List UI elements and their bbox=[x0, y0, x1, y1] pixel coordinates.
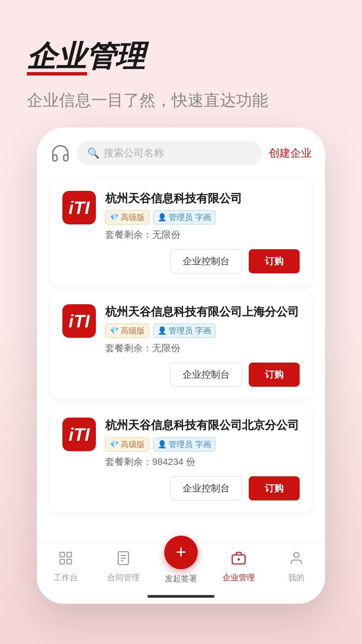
diamond-icon-3: 💎 bbox=[110, 440, 119, 449]
page-title: 企业管理 bbox=[27, 40, 145, 73]
nav-label-mine: 我的 bbox=[288, 572, 304, 583]
company-info-2: 杭州天谷信息科技有限公司上海分公司 💎 高级版 👤 管理员 字画 套餐剩 bbox=[105, 304, 300, 355]
search-box[interactable]: 🔍 搜索公司名称 bbox=[77, 141, 262, 165]
headphone-icon[interactable] bbox=[50, 143, 70, 163]
company-card-1: iTI 杭州天谷信息科技有限公司 💎 高级版 👤 管理员 字画 bbox=[50, 179, 312, 285]
company-header-1: iTI 杭州天谷信息科技有限公司 💎 高级版 👤 管理员 字画 bbox=[62, 191, 300, 241]
svg-rect-3 bbox=[67, 559, 71, 564]
search-area: 🔍 搜索公司名称 创建企业 bbox=[37, 127, 325, 172]
company-logo-icon-3: iTI bbox=[69, 424, 90, 445]
company-quota-1: 套餐剩余：无限份 bbox=[105, 228, 300, 241]
svg-rect-1 bbox=[67, 552, 71, 557]
company-actions-2: 企业控制台 订购 bbox=[62, 363, 300, 387]
page-subtitle: 企业信息一目了然，快速直达功能 bbox=[27, 90, 335, 111]
company-card-3: iTI 杭州天谷信息科技有限公司北京分公司 💎 高级版 👤 管理员 字画 bbox=[50, 406, 312, 512]
control-button-1[interactable]: 企业控制台 bbox=[170, 249, 242, 273]
person-icon-3: 👤 bbox=[158, 440, 167, 449]
tag-premium-1: 💎 高级版 bbox=[105, 210, 149, 224]
person-icon-2: 👤 bbox=[158, 326, 167, 335]
company-tags-1: 💎 高级版 👤 管理员 字画 bbox=[105, 210, 300, 224]
nav-item-enterprise[interactable]: 企业管理 bbox=[210, 550, 267, 583]
tag-premium-3: 💎 高级版 bbox=[105, 437, 149, 451]
company-logo-icon-1: iTI bbox=[69, 197, 90, 218]
diamond-icon-1: 💎 bbox=[110, 213, 119, 222]
tag-admin-3: 👤 管理员 字画 bbox=[153, 437, 216, 451]
control-button-2[interactable]: 企业控制台 bbox=[170, 363, 242, 387]
company-header-2: iTI 杭州天谷信息科技有限公司上海分公司 💎 高级版 👤 管理员 字画 bbox=[62, 304, 300, 355]
control-button-3[interactable]: 企业控制台 bbox=[170, 476, 242, 500]
nav-item-sign[interactable]: + 发起签署 bbox=[152, 550, 210, 584]
sign-center-button[interactable]: + bbox=[164, 536, 198, 569]
role-label-1: 管理员 字画 bbox=[169, 212, 211, 223]
workbench-icon bbox=[58, 550, 73, 570]
role-label-2: 管理员 字画 bbox=[169, 325, 211, 336]
tier-label-2: 高级版 bbox=[121, 325, 145, 336]
company-name-2: 杭州天谷信息科技有限公司上海分公司 bbox=[105, 304, 300, 319]
company-quota-2: 套餐剩余：无限份 bbox=[105, 342, 300, 355]
mine-icon bbox=[289, 550, 304, 570]
company-logo-1: iTI bbox=[62, 191, 96, 224]
nav-label-contract: 合同管理 bbox=[107, 572, 139, 583]
tag-admin-2: 👤 管理员 字画 bbox=[153, 324, 216, 338]
nav-label-sign: 发起签署 bbox=[165, 573, 197, 584]
nav-item-workbench[interactable]: 工作台 bbox=[37, 550, 95, 583]
company-logo-3: iTI bbox=[62, 418, 96, 451]
tier-label-1: 高级版 bbox=[121, 212, 145, 223]
search-placeholder-text: 搜索公司名称 bbox=[104, 146, 164, 160]
person-icon-1: 👤 bbox=[158, 213, 167, 222]
header-section: 企业管理 企业信息一目了然，快速直达功能 bbox=[0, 0, 362, 131]
company-logo-2: iTI bbox=[62, 304, 96, 338]
company-logo-icon-2: iTI bbox=[69, 311, 90, 331]
nav-item-contract[interactable]: 合同管理 bbox=[95, 550, 152, 583]
create-enterprise-button[interactable]: 创建企业 bbox=[269, 146, 312, 161]
order-button-2[interactable]: 订购 bbox=[249, 363, 300, 387]
order-button-1[interactable]: 订购 bbox=[249, 249, 300, 273]
bottom-nav: 工作台 合同管理 + 发起签署 bbox=[37, 543, 325, 604]
company-card-2: iTI 杭州天谷信息科技有限公司上海分公司 💎 高级版 👤 管理员 字画 bbox=[50, 292, 312, 399]
phone-mockup: 🔍 搜索公司名称 创建企业 iTI 杭州天谷信息科技有限公司 💎 bbox=[37, 127, 325, 604]
tier-label-3: 高级版 bbox=[121, 439, 145, 450]
company-info-3: 杭州天谷信息科技有限公司北京分公司 💎 高级版 👤 管理员 字画 套餐剩 bbox=[105, 418, 300, 468]
enterprise-icon bbox=[231, 550, 246, 570]
company-name-1: 杭州天谷信息科技有限公司 bbox=[105, 191, 300, 206]
nav-label-workbench: 工作台 bbox=[54, 572, 78, 583]
svg-point-11 bbox=[294, 552, 299, 557]
page-background: 企业管理 企业信息一目了然，快速直达功能 🔍 搜索公司名称 创建企业 bbox=[0, 0, 362, 644]
tag-admin-1: 👤 管理员 字画 bbox=[153, 210, 216, 224]
company-actions-3: 企业控制台 订购 bbox=[62, 476, 300, 500]
nav-label-enterprise: 企业管理 bbox=[223, 572, 255, 583]
company-info-1: 杭州天谷信息科技有限公司 💎 高级版 👤 管理员 字画 套餐剩余：无限份 bbox=[105, 191, 300, 241]
bottom-bar-indicator bbox=[147, 595, 215, 598]
company-quota-3: 套餐剩余：984234 份 bbox=[105, 455, 300, 468]
company-tags-3: 💎 高级版 👤 管理员 字画 bbox=[105, 437, 300, 451]
order-button-3[interactable]: 订购 bbox=[249, 476, 300, 500]
company-name-3: 杭州天谷信息科技有限公司北京分公司 bbox=[105, 418, 300, 432]
company-actions-1: 企业控制台 订购 bbox=[62, 249, 300, 273]
plus-icon: + bbox=[176, 543, 186, 561]
company-header-3: iTI 杭州天谷信息科技有限公司北京分公司 💎 高级版 👤 管理员 字画 bbox=[62, 418, 300, 468]
role-label-3: 管理员 字画 bbox=[169, 439, 211, 450]
diamond-icon-2: 💎 bbox=[110, 326, 119, 335]
svg-rect-0 bbox=[60, 552, 64, 557]
company-list: iTI 杭州天谷信息科技有限公司 💎 高级版 👤 管理员 字画 bbox=[37, 172, 325, 543]
tag-premium-2: 💎 高级版 bbox=[105, 324, 149, 338]
contract-icon bbox=[116, 550, 131, 570]
company-tags-2: 💎 高级版 👤 管理员 字画 bbox=[105, 324, 300, 338]
svg-rect-2 bbox=[60, 559, 64, 564]
nav-item-mine[interactable]: 我的 bbox=[267, 550, 325, 583]
search-icon: 🔍 bbox=[87, 147, 100, 159]
